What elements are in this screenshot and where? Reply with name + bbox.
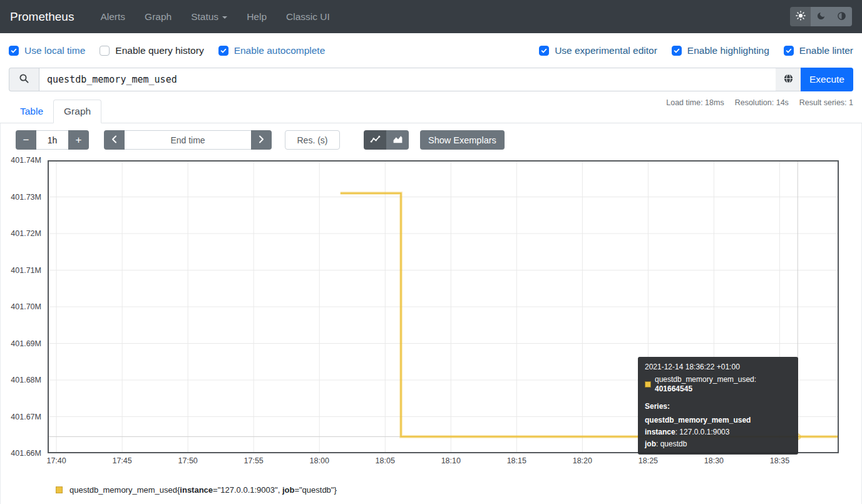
y-tick-label: 401.70M [11,302,41,311]
y-tick-label: 401.68M [11,376,41,384]
hover-tooltip: 2021-12-14 18:36:22 +01:00 questdb_memor… [638,357,798,455]
legend-swatch-icon [56,486,63,493]
nav-links: Alerts Graph Status Help Classic UI [100,11,329,23]
search-addon [9,68,39,91]
theme-dark-button[interactable] [811,7,831,26]
checkbox-icon[interactable] [672,46,682,56]
x-tick-label: 18:00 [300,456,338,465]
options-row: Use local time Enable query history Enab… [9,42,853,59]
theme-toggle-group [790,7,852,26]
x-tick-label: 18:20 [563,456,601,465]
brand-link[interactable]: Prometheus [10,10,74,24]
checkbox-icon[interactable] [218,46,228,56]
tooltip-instance-label: instance: 127.0.0.1:9003 [645,428,791,438]
checkbox-enable-query-history[interactable]: Enable query history [100,45,203,56]
globe-icon [783,73,794,86]
moon-icon [816,11,826,23]
search-icon [19,73,29,86]
sun-icon [796,11,806,23]
x-tick-label: 17:45 [103,456,141,465]
nav-item-graph[interactable]: Graph [145,11,172,23]
options-right: Use experimental editor Enable highlight… [539,45,853,56]
chart-region: 401.74M401.73M401.72M401.71M401.70M401.6… [1,123,862,504]
y-axis: 401.74M401.73M401.72M401.71M401.70M401.6… [1,160,44,453]
x-tick-label: 17:55 [235,456,272,465]
checkbox-label: Enable autocomplete [234,45,326,56]
checkbox-use-experimental-editor[interactable]: Use experimental editor [539,45,657,56]
x-axis: 17:4017:4517:5017:5518:0018:0518:1018:15… [48,456,839,466]
checkbox-label: Use local time [24,45,85,56]
tooltip-series-heading: Series: [645,402,791,412]
legend-series-label: questdb_memory_mem_used{instance="127.0.… [69,485,337,495]
tab-bar: Table Graph [0,100,862,123]
checkbox-icon[interactable] [539,46,549,56]
checkbox-icon[interactable] [9,46,19,56]
x-tick-label: 18:15 [498,456,535,465]
tooltip-series-name: questdb_memory_mem_used [645,416,791,426]
x-tick-label: 17:50 [169,456,207,465]
nav-item-alerts[interactable]: Alerts [100,11,125,23]
nav-item-help[interactable]: Help [247,11,267,23]
navbar: Prometheus Alerts Graph Status Help Clas… [0,0,862,33]
checkbox-label: Enable highlighting [687,45,769,56]
x-tick-label: 18:35 [761,456,798,465]
y-tick-label: 401.71M [11,266,41,275]
checkbox-enable-linter[interactable]: Enable linter [784,45,853,56]
y-tick-label: 401.66M [11,449,41,458]
checkbox-enable-highlighting[interactable]: Enable highlighting [672,45,769,56]
y-tick-label: 401.67M [11,413,41,421]
tooltip-metric-value: questdb_memory_mem_used: 401664545 [655,375,791,394]
legend-item[interactable]: questdb_memory_mem_used{instance="127.0.… [56,485,337,495]
x-tick-label: 18:30 [695,456,732,465]
tab-graph[interactable]: Graph [53,100,101,123]
y-tick-label: 401.72M [11,229,41,238]
checkbox-use-local-time[interactable]: Use local time [9,45,85,56]
tooltip-timestamp: 2021-12-14 18:36:22 +01:00 [645,363,791,373]
x-tick-label: 17:40 [38,456,75,465]
x-tick-label: 18:10 [432,456,469,465]
options-left: Use local time Enable query history Enab… [9,45,325,56]
checkbox-icon[interactable] [100,46,110,56]
execute-button[interactable]: Execute [801,68,853,91]
tooltip-job-label: job: questdb [645,440,791,450]
prometheus-app: Prometheus Alerts Graph Status Help Clas… [0,0,862,504]
theme-light-button[interactable] [790,7,811,26]
checkbox-icon[interactable] [784,46,794,56]
chevron-down-icon [222,16,227,19]
graph-panel: − + Show E [0,123,862,504]
nav-item-classic-ui[interactable]: Classic UI [286,11,330,23]
checkbox-label: Enable linter [799,45,853,56]
x-tick-label: 18:25 [629,456,667,465]
nav-item-status-dropdown[interactable]: Status [191,11,227,23]
query-expression-input[interactable] [39,68,776,91]
tooltip-metric-line: questdb_memory_mem_used: 401664545 [645,375,791,394]
checkbox-enable-autocomplete[interactable]: Enable autocomplete [218,45,326,56]
checkbox-label: Use experimental editor [555,45,657,56]
circle-half-icon [837,11,846,23]
y-tick-label: 401.73M [11,193,41,202]
y-tick-label: 401.74M [11,156,41,165]
query-bar: Execute [9,68,853,91]
series-swatch-icon [645,381,651,388]
y-tick-label: 401.69M [11,339,41,348]
metrics-explorer-addon[interactable] [776,68,801,91]
checkbox-label: Enable query history [115,45,203,56]
tab-table[interactable]: Table [10,100,53,123]
nav-item-status-label: Status [191,11,218,22]
theme-auto-button[interactable] [831,7,852,26]
x-tick-label: 18:05 [366,456,404,465]
